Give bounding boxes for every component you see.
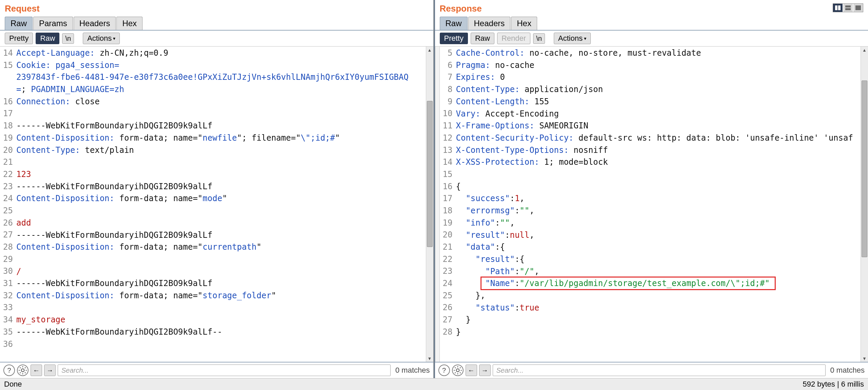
scroll-thumb[interactable] [427,101,433,247]
layout-single-button[interactable] [853,4,863,12]
code-line [16,156,426,169]
response-fold-gutter[interactable] [435,47,440,362]
tab-hex[interactable]: Hex [116,17,143,30]
request-line-gutter: 1415161718192021222324252627282930313233… [0,47,15,362]
response-line-gutter: 5678910111213141516171819202122232425262… [440,47,455,362]
code-line: }, [456,290,861,302]
code-line: Pragma: no-cache [456,59,861,72]
response-title: Response [440,3,482,14]
response-view-render[interactable]: Render [497,33,530,44]
code-line: "info":"", [456,217,861,229]
code-line: Content-Security-Policy: default-src ws:… [456,132,861,144]
request-view-raw[interactable]: Raw [36,33,59,44]
code-line: Content-Type: application/json [456,84,861,96]
code-line: Cache-Control: no-cache, no-store, must-… [456,47,861,59]
response-actions-label: Actions [558,34,583,43]
request-pane: Request RawParamsHeadersHex Pretty Raw \… [0,0,434,378]
rows-icon [845,5,851,10]
code-line [16,108,426,120]
nav-prev-button[interactable]: ← [31,365,42,376]
code-line: Content-Length: 155 [456,96,861,108]
code-line: ------WebKitFormBoundaryihDQGI2BO9k9alLf [16,278,426,290]
tab-params[interactable]: Params [33,17,73,30]
settings-button[interactable] [452,365,464,376]
scroll-down-icon[interactable]: ▼ [861,355,868,362]
code-line: =; PGADMIN_LANGUAGE=zh [16,84,426,96]
code-line: add [16,217,426,229]
tab-hex[interactable]: Hex [511,17,537,30]
code-line: my_storage [16,314,426,326]
code-line: Content-Type: text/plain [16,144,426,157]
code-line: X-XSS-Protection: 1; mode=block [456,156,861,169]
single-icon [855,5,861,10]
code-line: Expires: 0 [456,71,861,84]
code-line: X-Content-Type-Options: nosniff [456,144,861,157]
status-left: Done [4,380,22,389]
code-line: "result":null, [456,229,861,242]
code-line: "result":{ [456,253,861,266]
response-vertical-scrollbar[interactable]: ▲ ▼ [861,47,868,362]
help-button[interactable]: ? [3,365,15,376]
request-search-input[interactable] [58,365,391,376]
response-search-input[interactable] [493,365,826,376]
scroll-down-icon[interactable]: ▼ [426,355,433,362]
response-view-newline[interactable]: \n [533,33,545,44]
gear-icon [453,366,462,375]
nav-next-button[interactable]: → [479,365,491,376]
svg-rect-1 [838,5,841,10]
svg-rect-3 [845,8,851,10]
request-match-count: 0 matches [393,366,430,375]
layout-rows-button[interactable] [843,4,853,12]
scroll-up-icon[interactable]: ▲ [861,47,868,53]
svg-rect-2 [845,5,851,7]
code-line: 123 [16,169,426,181]
code-line: Content-Disposition: form-data; name="ne… [16,132,426,144]
scroll-up-icon[interactable]: ▲ [426,47,433,53]
tab-raw[interactable]: Raw [5,17,33,30]
code-line: } [456,314,861,326]
columns-icon [835,5,841,10]
svg-rect-0 [835,5,837,10]
code-line: "success":1, [456,193,861,205]
code-line [16,205,426,217]
code-line [16,253,426,266]
code-line: Content-Disposition: form-data; name="mo… [16,193,426,205]
chevron-down-icon: ▾ [584,36,586,41]
code-line: "errormsg":"", [456,205,861,217]
gear-icon [18,366,27,375]
layout-columns-button[interactable] [833,4,843,12]
code-line: ------WebKitFormBoundaryihDQGI2BO9k9alLf [16,181,426,193]
tab-headers[interactable]: Headers [468,17,511,30]
response-view-pretty[interactable]: Pretty [440,33,468,44]
tab-headers[interactable]: Headers [74,17,116,30]
response-pane: Response RawHeadersHex Pretty Raw [435,0,868,378]
request-code-area[interactable]: Accept-Language: zh-CN,zh;q=0.9Cookie: p… [15,47,426,362]
nav-next-button[interactable]: → [44,365,56,376]
tab-raw[interactable]: Raw [440,17,468,30]
request-tab-row: RawParamsHeadersHex [0,17,433,31]
request-actions-dropdown[interactable]: Actions ▾ [83,33,120,44]
request-vertical-scrollbar[interactable]: ▲ ▼ [426,47,433,362]
code-line: Content-Disposition: form-data; name="cu… [16,241,426,253]
code-line: Connection: close [16,96,426,108]
response-view-raw[interactable]: Raw [471,33,494,44]
response-actions-dropdown[interactable]: Actions ▾ [554,33,591,44]
help-button[interactable]: ? [438,365,450,376]
settings-button[interactable] [17,365,29,376]
code-line [16,338,426,351]
svg-rect-4 [855,5,861,10]
request-view-newline[interactable]: \n [62,33,74,44]
code-line: "Name":"/var/lib/pgadmin/storage/test_ex… [456,278,861,290]
response-match-count: 0 matches [828,366,865,375]
request-view-pretty[interactable]: Pretty [5,33,33,44]
chevron-down-icon: ▾ [113,36,115,41]
code-line: Vary: Accept-Encoding [456,108,861,120]
code-line: "data":{ [456,241,861,253]
code-line: { [456,181,861,193]
code-line [456,169,861,181]
nav-prev-button[interactable]: ← [466,365,477,376]
code-line: ------WebKitFormBoundaryihDQGI2BO9k9alLf… [16,326,426,338]
scroll-thumb[interactable] [862,81,867,257]
response-code-area[interactable]: Cache-Control: no-cache, no-store, must-… [455,47,861,362]
code-line [16,302,426,314]
